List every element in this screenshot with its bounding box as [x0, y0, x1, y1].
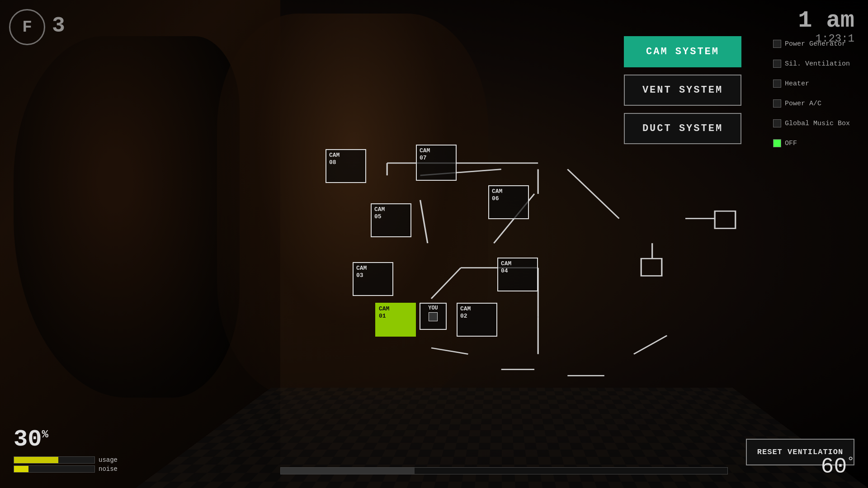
sil-vent-indicator: [773, 60, 781, 68]
usage-bar-label: usage: [99, 456, 118, 464]
you-icon: [429, 312, 438, 321]
duct-system-button[interactable]: DUCT SYSTEM: [624, 113, 741, 144]
svg-line-3: [420, 200, 428, 243]
bottom-progress-bar: [280, 467, 728, 474]
cam-03-label: CAM03: [356, 265, 390, 279]
cam-04-label: CAM04: [501, 260, 534, 274]
usage-bar-fill: [14, 457, 58, 463]
heater-label: Heater: [785, 80, 809, 88]
noise-bar-fill: [14, 466, 28, 472]
noise-bar-row: noise: [14, 465, 118, 473]
music-box-label: Global Music Box: [785, 120, 850, 127]
usage-bar-track: [14, 456, 95, 464]
bar-container: usage noise: [14, 456, 118, 473]
main-system-buttons: CAM SYSTEM VENT SYSTEM DUCT SYSTEM: [624, 36, 741, 151]
cam-04-box[interactable]: CAM04: [497, 258, 538, 291]
svg-line-10: [634, 336, 667, 354]
temperature-display: 60°: [821, 455, 854, 479]
cam-02-label: CAM02: [460, 305, 494, 319]
power-percent-value: 30%: [14, 426, 118, 453]
cam-06-box[interactable]: CAM06: [488, 185, 529, 219]
time-hour: 1 am: [798, 9, 854, 33]
cam-03-box[interactable]: CAM03: [353, 262, 393, 296]
camera-map: CAM08 CAM07 CAM06 CAM05 CAM04 CAM03 YOU …: [280, 145, 737, 416]
svg-rect-7: [641, 258, 662, 276]
vent-system-button[interactable]: VENT SYSTEM: [624, 75, 741, 106]
cam-01-label: CAM01: [379, 305, 412, 319]
sidebar-controls: Power Generator Sil. Ventilation Heater …: [773, 36, 863, 155]
cam-08-box[interactable]: CAM08: [326, 149, 366, 183]
temp-value: 60°: [821, 455, 854, 479]
off-label: OFF: [785, 140, 797, 147]
cam-01-box[interactable]: CAM01: [375, 303, 416, 337]
f-logo: F: [9, 9, 45, 45]
sidebar-item-sil-vent[interactable]: Sil. Ventilation: [773, 56, 863, 71]
power-gen-indicator: [773, 40, 781, 48]
sidebar-item-music-box[interactable]: Global Music Box: [773, 116, 863, 131]
cam-08-label: CAM08: [329, 152, 363, 166]
cam-07-box[interactable]: CAM07: [416, 145, 457, 181]
cam-system-button[interactable]: CAM SYSTEM: [624, 36, 741, 67]
svg-line-9: [431, 348, 468, 354]
noise-bar-label: noise: [99, 465, 118, 473]
power-ac-indicator: [773, 99, 781, 108]
cam-06-label: CAM06: [492, 188, 525, 202]
music-box-indicator: [773, 119, 781, 127]
sidebar-item-power-gen[interactable]: Power Generator: [773, 36, 863, 52]
night-number: 3: [52, 14, 65, 38]
cam-05-label: CAM05: [374, 206, 408, 220]
svg-rect-5: [715, 211, 736, 228]
power-display: 30% usage noise: [14, 426, 118, 474]
usage-bar-row: usage: [14, 456, 118, 464]
cam-02-box[interactable]: CAM02: [457, 303, 497, 337]
you-box: YOU: [420, 303, 447, 330]
sidebar-item-off[interactable]: OFF: [773, 136, 863, 151]
sidebar-item-power-ac[interactable]: Power A/C: [773, 96, 863, 111]
sidebar-item-heater[interactable]: Heater: [773, 76, 863, 91]
svg-line-1: [567, 169, 619, 219]
you-label: YOU: [423, 305, 443, 311]
power-ac-label: Power A/C: [785, 100, 821, 108]
cam-05-box[interactable]: CAM05: [371, 203, 411, 237]
power-gen-label: Power Generator: [785, 40, 846, 48]
noise-bar-track: [14, 465, 95, 473]
sil-vent-label: Sil. Ventilation: [785, 60, 850, 68]
bottom-progress-fill: [281, 468, 415, 474]
heater-indicator: [773, 80, 781, 88]
off-indicator: [773, 139, 781, 147]
cam-07-label: CAM07: [420, 147, 453, 161]
svg-line-8: [431, 268, 461, 299]
